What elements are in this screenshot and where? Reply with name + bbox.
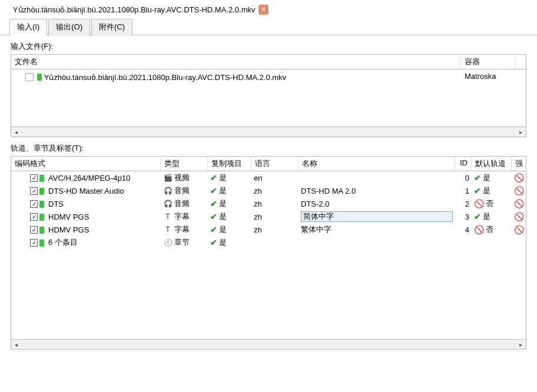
format-cell: ✓6 个条目: [11, 237, 161, 248]
track-checkbox[interactable]: ✓: [30, 187, 38, 195]
file-tab[interactable]: Yǔzhòu.tànsuǒ.biānjí.bù.2021.1080p.Blu-r…: [11, 4, 271, 16]
track-row[interactable]: ✓6 个条目🕘章节✔ 是: [11, 236, 526, 249]
status-dot-icon: [39, 188, 44, 195]
status-dot-icon: [39, 227, 44, 234]
type-cell: T字幕: [161, 224, 208, 235]
status-dot-icon: [37, 74, 42, 81]
scroll-left-icon[interactable]: ◂: [11, 340, 21, 349]
th-forced[interactable]: 强: [512, 157, 526, 171]
track-checkbox[interactable]: ✓: [30, 200, 38, 208]
file-name-cell: Yǔzhòu.tànsuǒ.biānjí.bù.2021.1080p.Blu-r…: [11, 71, 461, 83]
default-cell: ✔ 是: [472, 185, 512, 197]
track-row[interactable]: ✓DTS-HD Master Audio🎧音频✔ 是zhDTS-HD MA 2.…: [11, 184, 526, 197]
language-cell: zh: [251, 199, 299, 209]
track-row[interactable]: ✓DTS🎧音频✔ 是zhDTS-2.02🚫 否🚫: [11, 197, 526, 210]
th-type[interactable]: 类型: [161, 157, 208, 171]
th-copy[interactable]: 复制项目: [208, 157, 251, 171]
forbidden-icon: 🚫: [514, 225, 524, 234]
th-rest[interactable]: [515, 55, 526, 69]
main-tabs: 输入(I) 输出(O) 附件(C): [0, 18, 537, 35]
id-cell: 3: [455, 212, 472, 222]
tracks-label: 轨道、章节及标签(T):: [0, 137, 537, 156]
copy-cell: ✔ 是: [208, 224, 251, 235]
id-cell: [455, 242, 472, 243]
status-dot-icon: [39, 214, 44, 221]
tab-output[interactable]: 输出(O): [48, 19, 90, 36]
check-icon: ✔: [210, 212, 217, 221]
scroll-right-icon[interactable]: ▸: [516, 128, 526, 137]
type-cell: 🎬视频: [161, 172, 208, 184]
th-language[interactable]: 语言: [251, 157, 299, 171]
forbidden-icon: 🚫: [474, 225, 484, 234]
track-table-header: 编码格式 类型 复制项目 语言 名称 ID 默认轨道 强: [11, 156, 526, 171]
track-table-body[interactable]: ✓AVC/H.264/MPEG-4p10🎬视频✔ 是en0✔ 是🚫✓DTS-HD…: [11, 171, 526, 340]
forced-cell: 🚫: [512, 172, 526, 183]
scroll-track[interactable]: [21, 128, 516, 137]
th-default[interactable]: 默认轨道: [472, 157, 512, 171]
horizontal-scrollbar[interactable]: ◂ ▸: [11, 340, 526, 350]
format-cell: ✓DTS: [11, 199, 161, 209]
tracks-table: 编码格式 类型 复制项目 语言 名称 ID 默认轨道 强 ✓AVC/H.264/…: [11, 156, 526, 350]
tab-attachments[interactable]: 附件(C): [91, 19, 132, 36]
name-cell: [299, 211, 455, 222]
track-name-input[interactable]: [301, 211, 453, 222]
format-text: DTS-HD Master Audio: [48, 187, 124, 195]
format-text: HDMV PGS: [48, 225, 89, 234]
track-checkbox[interactable]: ✓: [30, 213, 38, 221]
th-container[interactable]: 容器: [461, 55, 515, 69]
tab-input[interactable]: 输入(I): [9, 19, 47, 36]
language-cell: en: [251, 173, 299, 183]
status-dot-icon: [39, 175, 44, 182]
th-id[interactable]: ID: [455, 157, 472, 171]
type-cell: T字幕: [161, 211, 208, 222]
type-cell: 🎧音频: [161, 185, 208, 197]
audio-icon: 🎧: [163, 187, 173, 195]
horizontal-scrollbar[interactable]: ◂ ▸: [11, 127, 526, 137]
status-dot-icon: [39, 240, 44, 247]
default-cell: [472, 242, 512, 243]
track-checkbox[interactable]: ✓: [30, 226, 38, 234]
format-text: 6 个条目: [48, 237, 78, 248]
forbidden-icon: 🚫: [514, 186, 524, 195]
track-checkbox[interactable]: ✓: [30, 174, 38, 182]
language-cell: zh: [251, 225, 299, 235]
close-icon[interactable]: ✕: [258, 5, 268, 15]
track-checkbox[interactable]: ✓: [30, 239, 38, 247]
forbidden-icon: 🚫: [514, 173, 524, 182]
forbidden-icon: 🚫: [514, 212, 524, 221]
copy-cell: ✔ 是: [208, 211, 251, 222]
file-table-body[interactable]: Yǔzhòu.tànsuǒ.biānjí.bù.2021.1080p.Blu-r…: [11, 69, 526, 127]
forbidden-icon: 🚫: [474, 199, 484, 208]
file-table-header: 文件名 容器: [11, 54, 526, 69]
audio-icon: 🎧: [163, 200, 173, 208]
scroll-left-icon[interactable]: ◂: [11, 128, 21, 137]
status-dot-icon: [39, 201, 44, 208]
format-cell: ✓AVC/H.264/MPEG-4p10: [11, 173, 161, 183]
forbidden-icon: 🚫: [514, 199, 524, 208]
language-cell: zh: [251, 212, 299, 222]
scroll-track[interactable]: [21, 340, 516, 349]
forced-cell: 🚫: [512, 224, 526, 235]
th-filename[interactable]: 文件名: [11, 55, 461, 69]
check-icon: ✔: [474, 173, 481, 182]
default-cell: ✔ 是: [472, 211, 512, 222]
track-row[interactable]: ✓HDMV PGST字幕✔ 是zh繁体中字4🚫 否🚫: [11, 223, 526, 236]
default-cell: 🚫 否: [472, 198, 512, 210]
id-cell: 4: [455, 225, 472, 235]
track-row[interactable]: ✓HDMV PGST字幕✔ 是zh3✔ 是🚫: [11, 210, 526, 223]
format-cell: ✓HDMV PGS: [11, 225, 161, 235]
track-row[interactable]: ✓AVC/H.264/MPEG-4p10🎬视频✔ 是en0✔ 是🚫: [11, 171, 526, 184]
id-cell: 0: [455, 173, 472, 183]
language-cell: [251, 242, 299, 243]
scroll-right-icon[interactable]: ▸: [516, 340, 526, 349]
th-name[interactable]: 名称: [299, 157, 455, 171]
format-text: DTS: [48, 200, 64, 208]
file-row[interactable]: Yǔzhòu.tànsuǒ.biānjí.bù.2021.1080p.Blu-r…: [11, 69, 526, 84]
th-format[interactable]: 编码格式: [11, 157, 161, 171]
language-cell: zh: [251, 186, 299, 196]
track-name-text: DTS-HD MA 2.0: [301, 187, 356, 195]
check-icon: ✔: [210, 225, 217, 234]
default-cell: ✔ 是: [472, 172, 512, 184]
name-cell: DTS-HD MA 2.0: [299, 186, 455, 196]
id-cell: 2: [455, 199, 472, 209]
